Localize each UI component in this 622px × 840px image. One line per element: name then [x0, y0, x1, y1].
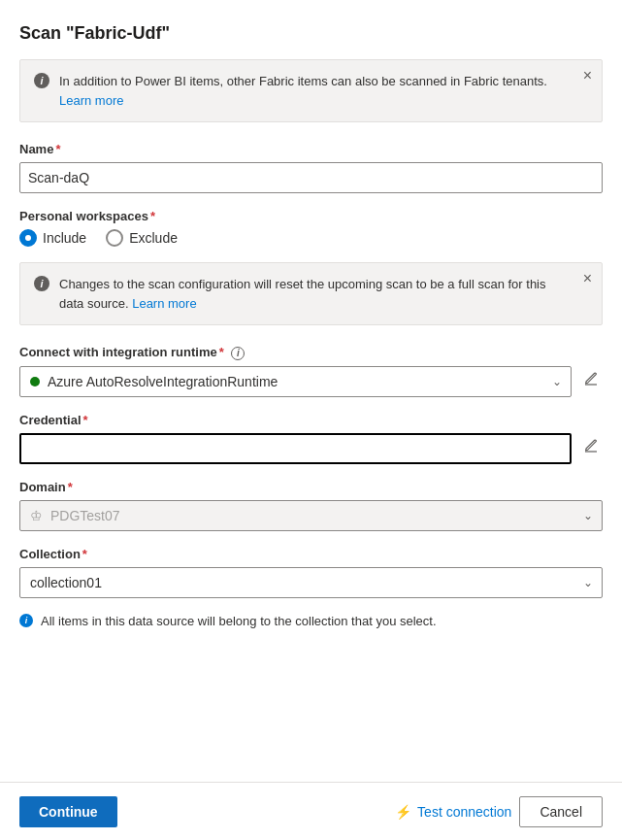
info-banner-learn-more[interactable]: Learn more	[59, 93, 123, 108]
collection-value: collection01	[30, 575, 102, 590]
connect-runtime-label: Connect with integration runtime* i	[19, 345, 603, 360]
connect-runtime-value: Azure AutoResolveIntegrationRuntime	[48, 374, 278, 389]
footer-right: ⚡ Test connection Cancel	[395, 796, 603, 827]
credential-label: Credential*	[19, 413, 603, 427]
connect-runtime-group: Connect with integration runtime* i Azur…	[19, 345, 603, 397]
domain-icon: ♔	[30, 508, 43, 523]
radio-exclude-circle	[106, 229, 123, 247]
connect-runtime-dropdown-container: Azure AutoResolveIntegrationRuntime ⌄	[19, 366, 572, 397]
info-banner-close[interactable]: ×	[583, 68, 592, 84]
footer: Continue ⚡ Test connection Cancel	[0, 782, 622, 840]
collection-helper: All items in this data source will belon…	[19, 614, 603, 628]
name-input[interactable]	[19, 162, 603, 193]
warning-icon	[34, 276, 49, 291]
radio-exclude-label: Exclude	[129, 230, 178, 246]
collection-dropdown[interactable]: collection01	[19, 567, 603, 598]
footer-left: Continue	[19, 796, 117, 827]
personal-workspaces-label: Personal workspaces*	[19, 209, 603, 223]
domain-value: PDGTest07	[50, 508, 120, 523]
page-title: Scan "Fabric-Udf"	[19, 23, 603, 44]
collection-group: Collection* collection01 ⌄	[19, 547, 603, 598]
warning-banner-text: Changes to the scan configuration will r…	[59, 275, 567, 313]
warning-banner: Changes to the scan configuration will r…	[19, 262, 603, 325]
info-banner-text: In addition to Power BI items, other Fab…	[59, 72, 567, 110]
domain-group: Domain* ♔ PDGTest07 ⌄	[19, 480, 603, 531]
credential-edit-icon[interactable]	[579, 435, 603, 462]
credential-row	[19, 433, 603, 464]
radio-exclude[interactable]: Exclude	[106, 229, 178, 247]
test-connection-label: Test connection	[417, 804, 511, 820]
info-banner: In addition to Power BI items, other Fab…	[19, 59, 603, 122]
collection-label: Collection*	[19, 547, 603, 561]
info-icon	[34, 73, 49, 88]
radio-include[interactable]: Include	[19, 229, 86, 247]
name-field-group: Name*	[19, 142, 603, 193]
connect-runtime-dropdown[interactable]: Azure AutoResolveIntegrationRuntime	[19, 366, 572, 397]
credential-input[interactable]	[19, 433, 572, 464]
test-connection-button[interactable]: ⚡ Test connection	[395, 804, 511, 820]
credential-group: Credential*	[19, 413, 603, 464]
collection-dropdown-container: collection01 ⌄	[19, 567, 603, 598]
radio-include-label: Include	[43, 230, 86, 246]
domain-dropdown-container: ♔ PDGTest07 ⌄	[19, 500, 603, 531]
connect-runtime-wrapper: Azure AutoResolveIntegrationRuntime ⌄	[19, 366, 603, 397]
warning-banner-learn-more[interactable]: Learn more	[132, 296, 196, 311]
domain-dropdown: ♔ PDGTest07	[19, 500, 603, 531]
warning-banner-close[interactable]: ×	[583, 271, 592, 286]
green-status-dot	[30, 377, 40, 386]
connect-runtime-info-icon[interactable]: i	[231, 347, 245, 360]
collection-helper-text: All items in this data source will belon…	[41, 614, 437, 628]
radio-include-circle	[19, 229, 37, 247]
personal-workspaces-group: Personal workspaces* Include Exclude	[19, 209, 603, 247]
connect-runtime-edit-icon[interactable]	[579, 368, 603, 395]
page-container: Scan "Fabric-Udf" In addition to Power B…	[0, 0, 622, 706]
radio-group: Include Exclude	[19, 229, 603, 247]
domain-label: Domain*	[19, 480, 603, 494]
collection-info-icon	[19, 614, 33, 627]
name-label: Name*	[19, 142, 603, 156]
cancel-button[interactable]: Cancel	[519, 796, 603, 827]
lightning-icon: ⚡	[395, 804, 411, 820]
continue-button[interactable]: Continue	[19, 796, 117, 827]
